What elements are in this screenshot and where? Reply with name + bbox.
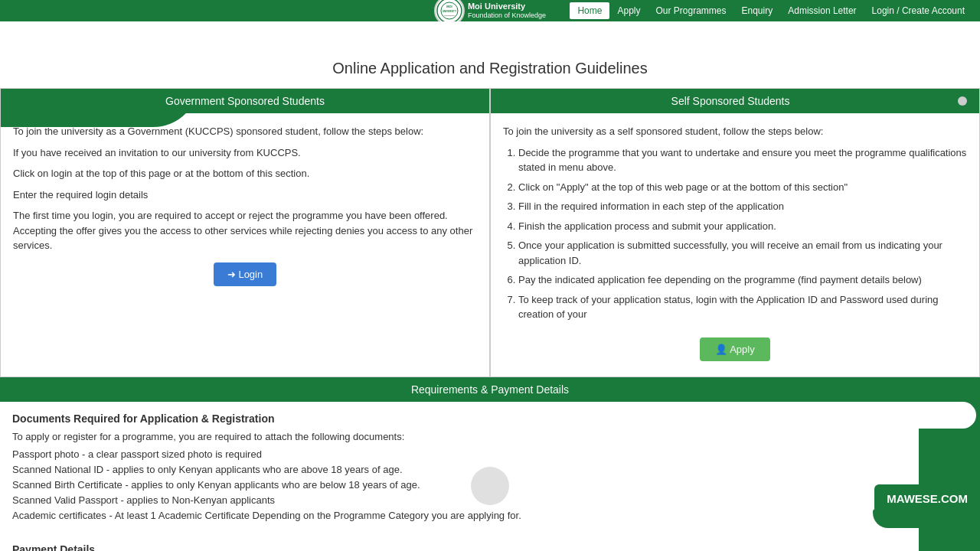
payment-section: Payment Details Application Fees Program… (0, 536, 980, 552)
svg-text:Foundation: Foundation (444, 15, 455, 17)
self-step-3: Fill in the required information in each… (518, 199, 967, 214)
navigation: MOI UNIVERSITY Foundation Moi University… (0, 0, 980, 21)
self-step-6: Pay the indicated application fee depend… (518, 272, 967, 288)
decorative-oval-right (884, 402, 976, 429)
doc-item-5: Academic certificates - At least 1 Acade… (12, 510, 968, 521)
self-card-header: Self Sponsored Students (491, 89, 979, 113)
gov-card-header: Government Sponsored Students (1, 89, 489, 113)
gov-step4: The first time you login, you are requir… (13, 208, 477, 253)
university-name: Moi University Foundation of Knowledge (468, 2, 546, 20)
gov-card-body: To join the university as a Government (… (1, 113, 489, 328)
svg-text:UNIVERSITY: UNIVERSITY (443, 10, 456, 13)
login-label: Login (238, 269, 263, 280)
self-card-body: To join the university as a self sponsor… (491, 113, 979, 377)
requirements-header: Requirements & Payment Details (0, 377, 980, 402)
self-step-1: Decide the programme that you want to un… (518, 145, 967, 175)
scroll-indicator (958, 96, 967, 106)
apply-label: Apply (730, 344, 755, 355)
nav-programmes[interactable]: Our Programmes (648, 2, 733, 19)
apply-icon: 👤 (715, 344, 727, 355)
decorative-circle-bottom (471, 467, 509, 505)
self-intro: To join the university as a self sponsor… (503, 124, 967, 139)
login-icon: ➜ (227, 269, 236, 280)
svg-text:MOI: MOI (446, 5, 452, 8)
payment-heading: Payment Details (12, 543, 968, 552)
doc-intro: To apply or register for a programme, yo… (12, 431, 968, 442)
nav-login[interactable]: Login / Create Account (864, 2, 972, 19)
nav-links: Home Apply Our Programmes Enquiry Admiss… (570, 2, 972, 19)
page-title: Online Application and Registration Guid… (8, 60, 972, 77)
apply-button[interactable]: 👤 Apply (700, 337, 769, 361)
self-steps-list: Decide the programme that you want to un… (503, 145, 967, 322)
self-step-5: Once your application is submitted succe… (518, 238, 967, 268)
page-header: Online Application and Registration Guid… (0, 21, 980, 88)
mawese-badge: MAWESE.COM (874, 484, 980, 513)
gov-intro: To join the university as a Government (… (13, 124, 477, 139)
nav-enquiry[interactable]: Enquiry (734, 2, 781, 19)
self-step-2: Click on "Apply" at the top of this web … (518, 180, 967, 195)
gov-step3: Enter the required login details (13, 187, 477, 203)
doc-heading: Documents Required for Application & Reg… (12, 412, 968, 425)
gov-step1: If you have received an invitation to ou… (13, 145, 477, 161)
cards-container: Government Sponsored Students To join th… (0, 88, 980, 377)
login-button[interactable]: ➜ Login (214, 262, 276, 286)
gov-card: Government Sponsored Students To join th… (0, 88, 490, 377)
nav-admission[interactable]: Admission Letter (780, 2, 864, 19)
self-step-4: Finish the application process and submi… (518, 219, 967, 234)
gov-step2: Click on login at the top of this page o… (13, 166, 477, 181)
self-card: Self Sponsored Students To join the univ… (490, 88, 980, 377)
doc-item-1: Passport photo - a clear passport sized … (12, 448, 968, 460)
self-step-7: To keep track of your application status… (518, 292, 967, 322)
nav-home[interactable]: Home (570, 2, 609, 19)
nav-apply[interactable]: Apply (609, 2, 648, 19)
